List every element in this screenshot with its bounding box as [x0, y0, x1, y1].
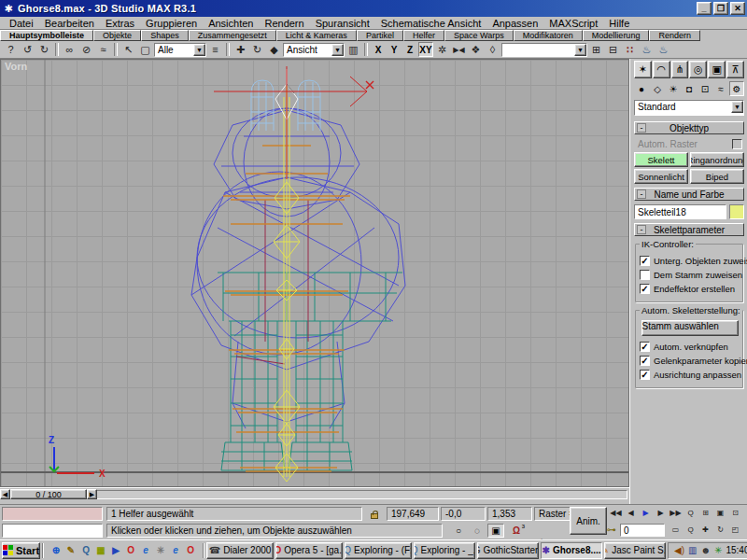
select-object-icon[interactable]: ↖ [120, 42, 136, 57]
display-tab-icon[interactable]: ▣ [708, 61, 726, 78]
biped-button[interactable]: Biped [690, 169, 744, 184]
modify-tab-icon[interactable]: ◠ [653, 61, 670, 78]
start-button[interactable]: Start [2, 542, 40, 559]
tab-hauptsymbolleiste[interactable]: Hauptsymbolleiste [0, 30, 93, 41]
menu-spuransicht[interactable]: Spuransicht [310, 18, 375, 29]
ql-desktop-icon[interactable]: ▦ [94, 544, 107, 557]
ql-opera-icon[interactable]: O [124, 544, 137, 557]
maxscript-mini-listener[interactable] [2, 507, 103, 521]
spacewarps-category-icon[interactable]: ≈ [713, 81, 728, 96]
task-gothicstarter[interactable]: G GothicStarter.. [477, 542, 539, 559]
helpers-category-icon[interactable]: ⊡ [698, 81, 712, 96]
checkbox-gelenkparameter[interactable]: ✓ Gelenkparameter kopieren [640, 356, 740, 366]
restrict-x-button[interactable]: X [371, 42, 386, 57]
rollout-name-farbe[interactable]: - Name und Farbe [634, 188, 744, 201]
prev-frame-icon[interactable]: ◀ [624, 506, 638, 519]
select-by-name-icon[interactable]: ≡ [207, 42, 223, 57]
dropdown-arrow-icon[interactable]: ▼ [331, 44, 344, 56]
next-frame-arrow[interactable]: ▶ [87, 489, 97, 499]
snap-toggle-icon[interactable]: Ω3 [508, 524, 525, 538]
zoom-icon[interactable]: Q [684, 506, 698, 519]
rollout-skelettparameter[interactable]: - Skelettparameter [634, 223, 744, 236]
lights-category-icon[interactable]: ☀ [666, 81, 681, 96]
tab-space-warps[interactable]: Space Warps [444, 30, 514, 41]
ql-ie-icon[interactable]: e [139, 544, 152, 557]
checkbox-box[interactable]: ✓ [640, 342, 650, 352]
crossing-selection-icon[interactable]: ◌ [469, 524, 486, 538]
title-bar[interactable]: ✱ Ghorse8.max - 3D Studio MAX R3.1 _ ❐ ✕ [0, 0, 747, 17]
undo-icon[interactable]: ↺ [20, 42, 35, 57]
dropdown-arrow-icon[interactable]: ▼ [193, 44, 205, 56]
menu-schematische-ansicht[interactable]: Schematische Ansicht [375, 18, 487, 29]
volume-icon[interactable]: ◀) [674, 545, 684, 555]
go-start-icon[interactable]: ◀◀ [609, 506, 623, 519]
restrict-xy-button[interactable]: XY [418, 42, 433, 57]
tab-rendern[interactable]: Rendern [649, 30, 700, 41]
skelett-button[interactable]: Skelett [634, 152, 688, 167]
maximize-button[interactable]: ❐ [713, 2, 728, 15]
checkbox-dem-stamm[interactable]: Dem Stamm zuweisen [640, 270, 740, 280]
track-view-icon[interactable]: ⊞ [588, 42, 604, 57]
scheduler-icon[interactable]: ✳ [714, 545, 722, 555]
schematic-view-icon[interactable]: ⊟ [605, 42, 621, 57]
time-slider-handle[interactable]: 0 / 100 [10, 489, 87, 499]
close-button[interactable]: ✕ [730, 2, 745, 15]
utilities-tab-icon[interactable]: ⊼ [726, 61, 744, 78]
tab-modifikatoren[interactable]: Modifikatoren [514, 30, 583, 41]
task-exploring-f[interactable]: Q Exploring - (F: [345, 542, 412, 559]
task-dialer[interactable]: ☎ Dialer 2000 [206, 542, 274, 559]
move-icon[interactable]: ✚ [233, 42, 248, 57]
checkbox-autom-verknuepfen[interactable]: ✓ Autom. verknüpfen [640, 342, 740, 352]
task-ghorse8-active[interactable]: ✱ Ghorse8.... [541, 542, 602, 559]
pan-icon[interactable]: ✚ [698, 523, 712, 536]
menu-rendern[interactable]: Rendern [259, 18, 309, 29]
go-end-icon[interactable]: ▶▶ [669, 506, 683, 519]
snap-3d-icon[interactable]: ▣ [487, 524, 504, 538]
menu-ansichten[interactable]: Ansichten [203, 18, 259, 29]
cameras-category-icon[interactable]: ◘ [682, 81, 697, 96]
shapes-category-icon[interactable]: ◇ [650, 81, 665, 96]
menu-bearbeiten[interactable]: Bearbeiten [39, 18, 100, 29]
hierarchy-tab-icon[interactable]: ⋔ [671, 61, 689, 78]
menu-hilfe[interactable]: Hilfe [603, 18, 635, 29]
create-tab-icon[interactable]: ✶ [634, 61, 652, 78]
stamm-auswaehlen-button[interactable]: Stamm auswählen [641, 320, 739, 336]
tab-shapes[interactable]: Shapes [141, 30, 189, 41]
menu-gruppieren[interactable]: Gruppieren [140, 18, 203, 29]
tab-objekte[interactable]: Objekte [93, 30, 141, 41]
menu-extras[interactable]: Extras [100, 18, 140, 29]
minimize-button[interactable]: _ [697, 2, 712, 15]
checkbox-unterg-objekten[interactable]: ✓ Unterg. Objekten zuweisen [640, 256, 740, 266]
tab-partikel[interactable]: Partikel [357, 30, 403, 41]
ql-mail-icon[interactable]: ✎ [64, 544, 78, 557]
pivot-center-icon[interactable]: ▥ [345, 42, 361, 57]
object-type-dropdown[interactable]: Standard ▼ [634, 100, 744, 116]
listener-input-field[interactable] [2, 524, 103, 538]
arc-rotate-icon[interactable]: ↻ [713, 523, 727, 536]
select-link-icon[interactable]: ∞ [62, 42, 78, 57]
checkbox-box[interactable]: ✓ [640, 370, 650, 380]
ql-internet-icon[interactable]: ⊕ [49, 544, 63, 557]
zoom-extents-all-icon[interactable]: ⊡ [728, 506, 742, 519]
align-icon[interactable]: ◊ [485, 42, 500, 57]
key-mode-icon[interactable]: ⊶ [607, 525, 616, 535]
ql-opera2-icon[interactable]: O [184, 544, 197, 557]
geometry-category-icon[interactable]: ● [634, 81, 649, 96]
dropdown-arrow-icon[interactable]: ▼ [574, 44, 586, 56]
menu-datei[interactable]: Datei [4, 18, 39, 29]
task-exploring-2[interactable]: Q Exploring - _.. [414, 542, 475, 559]
ql-search-icon[interactable]: Q [79, 544, 92, 557]
sonnenlicht-button[interactable]: Sonnenlicht [634, 169, 688, 184]
bind-spacewarp-icon[interactable]: ≈ [95, 42, 111, 57]
coord-y-field[interactable]: -0,0 [441, 507, 486, 521]
wireframe-model[interactable]: Z X [1, 60, 628, 486]
selection-lock-icon[interactable] [366, 507, 383, 521]
region-select-icon[interactable]: ▢ [137, 42, 153, 57]
collapse-icon[interactable]: - [637, 123, 646, 133]
ik-toggle-icon[interactable]: ✲ [434, 42, 450, 57]
object-name-input[interactable] [634, 204, 726, 219]
zoom-all-icon[interactable]: ⊞ [698, 506, 712, 519]
object-color-swatch[interactable] [729, 204, 744, 219]
collapse-icon[interactable]: - [637, 189, 646, 199]
degradation-override-icon[interactable]: ○ [450, 524, 467, 538]
